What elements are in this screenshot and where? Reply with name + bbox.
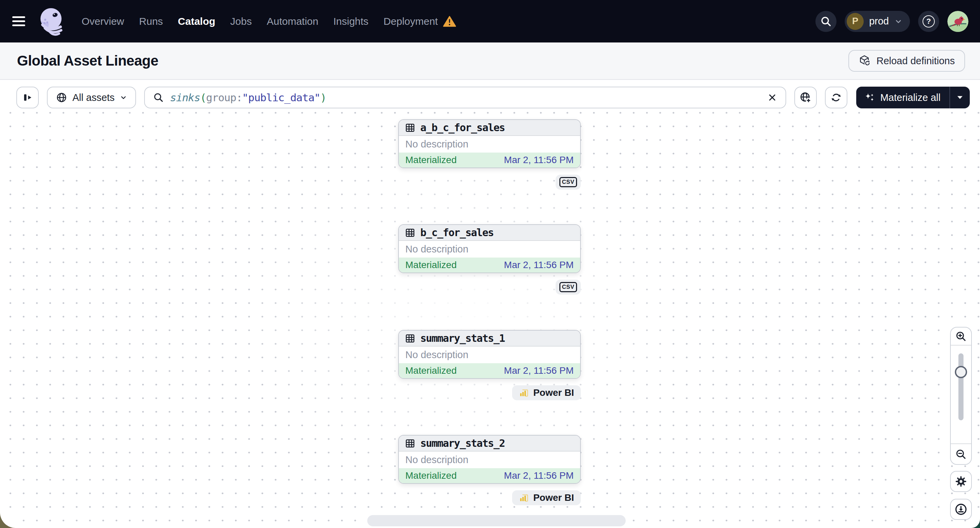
close-icon [767, 92, 777, 103]
canvas-corner-bottom-left [0, 512, 16, 528]
search-button[interactable] [815, 11, 837, 32]
environment-switcher[interactable]: P prod [845, 11, 910, 32]
asset-node-header: summary_stats_1 [399, 331, 580, 347]
nav-item-runs[interactable]: Runs [139, 16, 163, 27]
lineage-main: All assets sinks(group:"public_data") [0, 80, 980, 528]
nav-links: Overview Runs Catalog Jobs Automation In… [82, 16, 456, 27]
csv-icon: CSV [559, 177, 577, 187]
table-icon [405, 438, 415, 449]
asset-query-input[interactable]: sinks(group:"public_data") [144, 87, 786, 108]
reload-definitions-button[interactable]: Reload definitions [848, 50, 965, 72]
asset-node-group: b_c_for_sales No description Materialize… [398, 224, 581, 295]
clear-query-button[interactable] [767, 92, 777, 103]
page-title: Global Asset Lineage [17, 53, 159, 69]
nav-item-jobs[interactable]: Jobs [230, 16, 251, 27]
asset-description: No description [399, 241, 580, 258]
reload-cube-icon [859, 55, 871, 67]
tag-row: Power BI Power BI [398, 385, 581, 400]
tag-label: Power BI [533, 387, 574, 398]
download-graph-button[interactable] [950, 499, 972, 520]
nav-item-insights[interactable]: Insights [333, 16, 368, 27]
zoom-in-button[interactable] [951, 328, 971, 346]
asset-node-group: summary_stats_1 No description Materiali… [398, 330, 581, 400]
asset-node[interactable]: a_b_c_for_sales No description Materiali… [398, 119, 581, 168]
zoom-out-icon [955, 449, 967, 460]
materialize-options-button[interactable] [950, 87, 970, 108]
zoom-slider-track[interactable] [959, 354, 964, 420]
help-icon [923, 15, 935, 27]
asset-description: No description [399, 136, 580, 152]
environment-name: prod [869, 16, 889, 27]
nav-item-overview[interactable]: Overview [82, 16, 124, 27]
download-icon [955, 503, 967, 516]
materialization-timestamp: Mar 2, 11:56 PM [504, 365, 574, 376]
environment-avatar: P [847, 13, 864, 30]
zoom-out-button[interactable] [951, 443, 971, 464]
nav-right: P prod [815, 11, 969, 32]
asset-status-row: Materialized Mar 2, 11:56 PM [399, 152, 580, 168]
asset-node-group: a_b_c_for_sales No description Materiali… [398, 119, 581, 190]
search-icon [153, 92, 164, 103]
caret-down-icon [956, 94, 964, 101]
kind-tag-powerbi[interactable]: Power BI [512, 490, 581, 505]
asset-name: summary_stats_1 [420, 332, 504, 344]
page-header: Global Asset Lineage Reload definitions [0, 43, 980, 80]
csv-icon: CSV [559, 282, 577, 292]
powerbi-icon [519, 388, 529, 398]
asset-node-header: b_c_for_sales [399, 225, 580, 241]
nav-item-automation[interactable]: Automation [267, 16, 318, 27]
asset-scope-dropdown[interactable]: All assets [47, 87, 136, 108]
tag-row: Power BI Power BI [398, 490, 581, 505]
asset-status-row: Materialized Mar 2, 11:56 PM [399, 363, 580, 378]
zoom-slider-handle[interactable] [955, 366, 967, 378]
gear-icon [955, 475, 967, 488]
graph-settings-button[interactable] [950, 471, 972, 492]
user-avatar[interactable] [947, 11, 969, 32]
tag-row: CSV CSV [398, 280, 581, 295]
horizontal-scrollbar-thumb[interactable] [367, 515, 626, 526]
query-text: sinks(group:"public_data") [170, 91, 326, 104]
asset-status-row: Materialized Mar 2, 11:56 PM [399, 468, 580, 483]
materialize-all-button[interactable]: Materialize all [856, 87, 950, 108]
globe-icon [56, 92, 67, 103]
lineage-canvas[interactable]: a_b_c_for_sales No description Materiali… [0, 110, 980, 528]
materialize-split-button: Materialize all [856, 87, 970, 108]
tag-row: CSV CSV [398, 174, 581, 190]
kind-tag-powerbi[interactable]: Power BI [512, 385, 581, 400]
materialization-timestamp: Mar 2, 11:56 PM [504, 470, 574, 481]
materialization-timestamp: Mar 2, 11:56 PM [504, 155, 574, 165]
zoom-in-icon [955, 331, 967, 342]
status-badge: Materialized [405, 365, 457, 376]
asset-node[interactable]: summary_stats_1 No description Materiali… [398, 330, 581, 379]
powerbi-icon [519, 493, 529, 503]
refresh-button[interactable] [825, 87, 847, 108]
status-badge: Materialized [405, 470, 457, 481]
search-icon [820, 16, 832, 27]
asset-node[interactable]: b_c_for_sales No description Materialize… [398, 224, 581, 273]
chevron-down-icon [894, 17, 902, 25]
view-full-graph-button[interactable] [794, 87, 817, 108]
asset-node[interactable]: summary_stats_2 No description Materiali… [398, 435, 581, 484]
asset-description: No description [399, 452, 580, 468]
tag-label: Power BI [533, 492, 574, 503]
warning-triangle-icon [443, 16, 456, 27]
asset-name: a_b_c_for_sales [420, 122, 504, 133]
panel-toggle-icon [22, 92, 33, 103]
nav-item-deployment[interactable]: Deployment [383, 16, 456, 27]
chevron-down-icon [120, 94, 127, 101]
materialization-timestamp: Mar 2, 11:56 PM [504, 260, 574, 270]
table-icon [405, 123, 415, 133]
refresh-icon [830, 92, 842, 103]
asset-node-group: summary_stats_2 No description Materiali… [398, 435, 581, 505]
asset-node-header: summary_stats_2 [399, 436, 580, 452]
menu-icon[interactable] [12, 16, 27, 26]
dagster-logo[interactable] [35, 5, 68, 38]
zoom-slider [951, 346, 971, 443]
table-icon [405, 333, 415, 344]
open-left-panel-button[interactable] [16, 87, 39, 108]
nav-item-catalog[interactable]: Catalog [178, 16, 215, 27]
kind-tag-csv[interactable]: CSV [556, 174, 581, 190]
kind-tag-csv[interactable]: CSV [556, 280, 581, 295]
asset-description: No description [399, 347, 580, 363]
help-button[interactable] [918, 11, 939, 32]
